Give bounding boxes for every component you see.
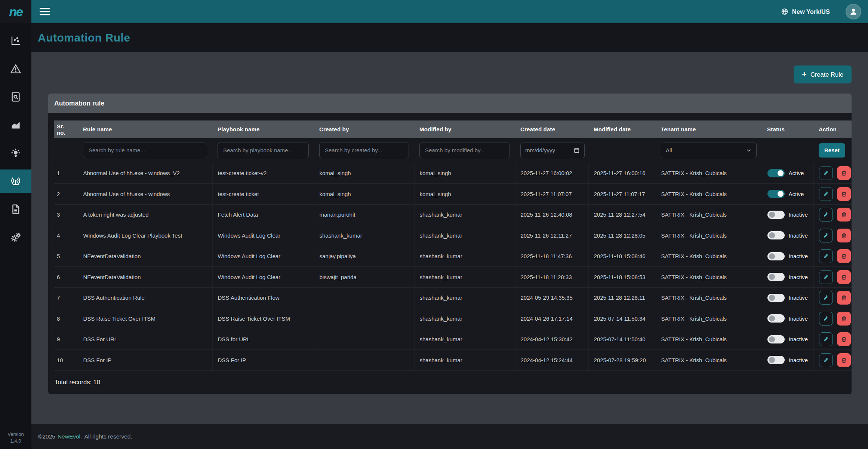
- delete-button[interactable]: [837, 353, 851, 367]
- created-by-search-input[interactable]: [319, 143, 409, 158]
- sidebar-item-intelligence[interactable]: [0, 141, 31, 165]
- sidebar-item-investigate[interactable]: [0, 85, 31, 109]
- create-rule-button[interactable]: + Create Rule: [794, 65, 852, 83]
- filter-row: mm/dd/yyyy All: [54, 138, 852, 163]
- cell-rule-name: Windows Audit Log Clear Playbook Test: [78, 225, 212, 246]
- sidebar-nav: [0, 29, 31, 254]
- col-created-date: Created date: [515, 120, 588, 138]
- edit-button[interactable]: [819, 270, 833, 284]
- cell-sr-no: 4: [54, 225, 78, 246]
- delete-button[interactable]: [837, 187, 851, 201]
- cell-playbook-name: test-create ticket-v2: [212, 163, 314, 184]
- sidebar-item-documents[interactable]: [0, 198, 31, 221]
- edit-button[interactable]: [819, 332, 833, 346]
- reset-button[interactable]: Reset: [819, 143, 845, 158]
- brand-logo[interactable]: ne: [0, 0, 31, 23]
- sidebar: ne: [0, 0, 31, 449]
- cell-rule-name: NEeventDataValidation: [78, 267, 212, 288]
- delete-button[interactable]: [837, 270, 851, 284]
- status-toggle[interactable]: [767, 294, 785, 302]
- table-row: 3 A token right was adjusted Fetch Alert…: [54, 204, 852, 225]
- col-tenant-name: Tenant name: [656, 120, 762, 138]
- created-date-input[interactable]: mm/dd/yyyy: [520, 143, 585, 158]
- sidebar-item-settings[interactable]: [0, 226, 31, 249]
- delete-button[interactable]: [837, 166, 851, 180]
- pencil-icon: [823, 211, 829, 218]
- rule-name-search-input[interactable]: [83, 143, 207, 158]
- delete-button[interactable]: [837, 249, 851, 263]
- pencil-icon: [823, 294, 829, 301]
- bar-chart-icon: [10, 35, 21, 46]
- status-toggle[interactable]: [767, 211, 785, 219]
- status-toggle[interactable]: [767, 190, 785, 198]
- brand-link[interactable]: NewEvol.: [58, 433, 82, 440]
- status-label: Inactive: [789, 274, 808, 280]
- cell-tenant-name: SATTRIX - Krish_Cubicals: [656, 308, 762, 329]
- edit-button[interactable]: [819, 229, 833, 242]
- col-modified-date: Modified date: [588, 120, 656, 138]
- edit-button[interactable]: [819, 353, 833, 367]
- trash-icon: [841, 191, 847, 197]
- cell-sr-no: 7: [54, 287, 78, 308]
- trash-icon: [841, 253, 847, 259]
- playbook-search-input[interactable]: [218, 143, 309, 158]
- status-toggle[interactable]: [767, 231, 785, 239]
- status-toggle[interactable]: [767, 252, 785, 260]
- status-label: Inactive: [789, 211, 808, 218]
- edit-button[interactable]: [819, 166, 833, 180]
- sidebar-item-analytics[interactable]: [0, 29, 31, 52]
- delete-button[interactable]: [837, 291, 851, 305]
- cell-created-date: 2025-11-18 11:28:33: [515, 267, 588, 288]
- cell-playbook-name: DSS Authentication Flow: [212, 287, 314, 308]
- delete-button[interactable]: [837, 229, 851, 242]
- sidebar-item-alerts[interactable]: [0, 57, 31, 80]
- cell-created-by: manan.purohit: [314, 204, 414, 225]
- status-toggle[interactable]: [767, 169, 785, 177]
- date-placeholder: mm/dd/yyyy: [525, 147, 555, 153]
- delete-button[interactable]: [837, 332, 851, 346]
- modified-by-search-input[interactable]: [419, 143, 510, 158]
- footer: ©2025 NewEvol. All rights reserved.: [31, 424, 868, 449]
- status-label: Active: [789, 191, 804, 197]
- col-status: Status: [762, 120, 813, 138]
- user-avatar[interactable]: [846, 4, 861, 19]
- cell-tenant-name: SATTRIX - Krish_Cubicals: [656, 204, 762, 225]
- edit-button[interactable]: [819, 249, 833, 263]
- lightbulb-icon: [10, 147, 21, 159]
- status-toggle[interactable]: [767, 356, 785, 364]
- table-body: 1 Abnormal Use of hh.exe - windows_V2 te…: [54, 163, 852, 370]
- cell-rule-name: DSS For URL: [78, 329, 212, 350]
- total-records: Total records: 10: [54, 371, 846, 394]
- cell-modified-by: shashank_kumar: [414, 204, 515, 225]
- status-toggle[interactable]: [767, 273, 785, 281]
- sidebar-item-reports[interactable]: [0, 113, 31, 137]
- menu-toggle-button[interactable]: [40, 8, 50, 15]
- sidebar-item-automation[interactable]: [0, 169, 31, 193]
- cell-playbook-name: Windows Audit Log Clear: [212, 225, 314, 246]
- status-label: Inactive: [789, 294, 808, 301]
- status-label: Inactive: [789, 357, 808, 363]
- cell-rule-name: DSS Raise Ticket Over ITSM: [78, 308, 212, 329]
- trash-icon: [841, 170, 847, 176]
- status-toggle[interactable]: [767, 314, 785, 323]
- cell-rule-name: DSS For IP: [78, 350, 212, 371]
- tenant-select[interactable]: All: [661, 143, 757, 158]
- edit-button[interactable]: [819, 187, 833, 201]
- copyright-suffix: All rights reserved.: [84, 433, 132, 440]
- status-toggle[interactable]: [767, 335, 785, 343]
- document-icon: [10, 204, 21, 215]
- edit-button[interactable]: [819, 291, 833, 305]
- delete-button[interactable]: [837, 312, 851, 326]
- cell-tenant-name: SATTRIX - Krish_Cubicals: [656, 184, 762, 205]
- topbar-right: New York/US: [781, 4, 861, 19]
- automation-rule-table: Sr. no. Rule name Playbook name Created …: [54, 120, 852, 371]
- region-selector[interactable]: New York/US: [781, 8, 830, 15]
- edit-button[interactable]: [819, 312, 833, 326]
- cell-modified-by: komal_singh: [414, 163, 515, 184]
- table-row: 9 DSS For URL DSS for URL shashank_kumar…: [54, 329, 852, 350]
- edit-button[interactable]: [819, 208, 833, 222]
- table-row: 6 NEeventDataValidation Windows Audit Lo…: [54, 267, 852, 288]
- delete-button[interactable]: [837, 208, 851, 222]
- cell-tenant-name: SATTRIX - Krish_Cubicals: [656, 246, 762, 267]
- user-icon: [849, 7, 858, 16]
